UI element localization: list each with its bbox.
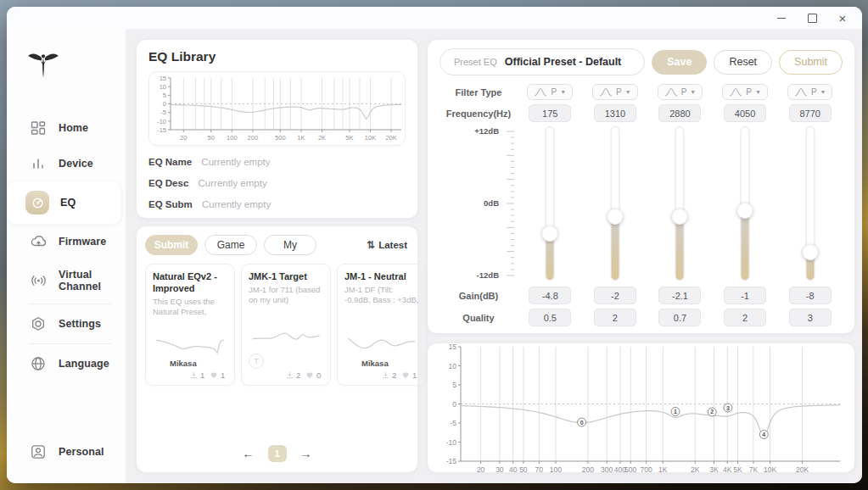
preset-eq-input[interactable]: Preset EQ Official Preset - Default (440, 48, 645, 75)
filter-type-select[interactable]: P▼ (787, 84, 833, 100)
svg-text:300: 300 (601, 465, 613, 474)
eq-preset-card[interactable]: JMK-1 Target JM-1 for 711 (based on my u… (241, 264, 331, 386)
tab-game[interactable]: Game (204, 235, 257, 255)
frequency-value-field[interactable]: 175 (529, 104, 571, 122)
close-button[interactable]: × (837, 12, 848, 24)
svg-text:2: 2 (710, 409, 714, 415)
titlebar: × (7, 7, 862, 29)
quality-value-field[interactable]: 0.7 (658, 309, 701, 326)
peak-filter-icon (599, 87, 613, 97)
svg-text:5: 5 (163, 92, 166, 99)
filter-type-select[interactable]: P▼ (592, 84, 638, 100)
gain-slider[interactable] (728, 125, 762, 282)
slider-thumb[interactable] (542, 226, 558, 242)
svg-text:100: 100 (550, 465, 562, 474)
gain-value-field[interactable]: -4.8 (529, 287, 571, 304)
svg-text:500: 500 (624, 465, 636, 474)
eq-thumbnail-curve (249, 323, 323, 352)
svg-text:0dB: 0dB (484, 198, 499, 208)
svg-text:-5: -5 (160, 109, 166, 116)
eq-preset-card[interactable]: JM-1 - Neutral JM-1 DF (Tilt: -0.9dB, Ba… (337, 264, 427, 386)
peak-filter-icon (534, 87, 547, 97)
brand-logo-icon (27, 49, 126, 88)
gain-slider[interactable] (533, 125, 567, 282)
filter-type-row-label: Filter Type (440, 87, 518, 97)
sidebar-item-virtual-channel[interactable]: Virtual Channel (7, 259, 120, 302)
reset-button[interactable]: Reset (714, 50, 772, 75)
sort-latest-button[interactable]: ⇅ Latest (367, 239, 409, 251)
download-count: 1 (200, 370, 207, 380)
gain-value-field[interactable]: -2.1 (658, 287, 701, 304)
quality-value-field[interactable]: 3 (789, 309, 832, 326)
gain-slider[interactable] (793, 125, 827, 282)
current-page-button[interactable]: 1 (268, 445, 287, 462)
frequency-value-field[interactable]: 1310 (594, 104, 636, 122)
filter-type-select[interactable]: P▼ (658, 84, 703, 100)
eq-desc-label: EQ Desc (148, 178, 188, 188)
gain-slider-row: +12dB0dB-12dB (440, 125, 843, 282)
sidebar-item-device[interactable]: Device (7, 146, 120, 181)
svg-text:500: 500 (275, 134, 286, 142)
language-globe-icon (29, 355, 48, 372)
slider-thumb[interactable] (802, 244, 818, 260)
sidebar-item-label: Virtual Channel (59, 269, 115, 292)
svg-text:5: 5 (452, 381, 456, 389)
sidebar-item-personal[interactable]: Personal (7, 434, 120, 470)
gain-value-field[interactable]: -2 (594, 287, 636, 304)
settings-icon (29, 315, 48, 332)
frequency-value-field[interactable]: 2880 (658, 104, 701, 122)
gain-value-field[interactable]: -1 (724, 287, 766, 304)
svg-text:-10: -10 (157, 118, 166, 125)
frequency-value-field[interactable]: 4050 (724, 104, 766, 122)
svg-text:3K: 3K (709, 465, 719, 474)
svg-text:40: 40 (509, 465, 518, 474)
svg-text:10K: 10K (365, 134, 376, 142)
filter-type-select[interactable]: P▼ (527, 84, 573, 100)
sidebar-item-label: Personal (59, 446, 104, 458)
eq-name-value: Currently empty (201, 157, 270, 167)
editor-header: Preset EQ Official Preset - Default Save… (440, 48, 843, 75)
eq-preview-chart-svg: 151050-5-10-1520501002005001K2K5K10K20K (151, 75, 405, 141)
save-button[interactable]: Save (652, 50, 707, 75)
quality-value-field[interactable]: 0.5 (529, 309, 571, 326)
slider-thumb[interactable] (737, 203, 753, 219)
sidebar-item-firmware[interactable]: Firmware (7, 224, 120, 259)
minimize-button[interactable] (776, 12, 787, 24)
svg-text:7K: 7K (749, 465, 759, 474)
tab-my[interactable]: My (264, 235, 316, 255)
quality-value-field[interactable]: 2 (724, 309, 766, 326)
response-chart-panel: 151050-5-10-1520304050701002003004005007… (427, 342, 855, 473)
frequency-value-field[interactable]: 8770 (789, 104, 832, 122)
filter-type-row: Filter Type P▼ P▼ P▼ P▼ P▼ (440, 84, 843, 100)
app-window: × (7, 7, 862, 483)
download-icon (286, 371, 294, 379)
sidebar-item-settings[interactable]: Settings (7, 306, 120, 342)
chevron-down-icon: ▼ (625, 89, 631, 95)
slider-thumb[interactable] (672, 209, 688, 225)
sidebar-item-eq[interactable]: EQ (7, 181, 120, 224)
svg-text:-5: -5 (450, 419, 456, 427)
maximize-button[interactable] (806, 12, 818, 24)
response-chart-svg[interactable]: 151050-5-10-1520304050701002003004005007… (435, 342, 847, 476)
eq-card-title: Natural EQv2 - Improved Edition (153, 271, 227, 295)
sidebar-item-language[interactable]: Language (7, 346, 120, 381)
gain-slider[interactable] (598, 125, 632, 282)
svg-text:2K: 2K (318, 134, 326, 142)
sidebar-item-label: Firmware (59, 236, 106, 248)
gain-slider[interactable] (663, 125, 697, 282)
eq-card-stats: 2 1 (344, 370, 419, 380)
submit-button[interactable]: Submit (779, 50, 843, 75)
slider-thumb[interactable] (607, 209, 623, 225)
prev-page-button[interactable]: ← (239, 445, 258, 462)
tab-submit[interactable]: Submit (145, 235, 198, 255)
eq-preset-card[interactable]: Natural EQv2 - Improved Edition This EQ … (145, 264, 235, 386)
gain-value-field[interactable]: -8 (789, 287, 832, 304)
quality-value-field[interactable]: 2 (594, 309, 636, 326)
next-page-button[interactable]: → (297, 445, 316, 462)
device-icon (29, 155, 48, 172)
heart-icon (305, 371, 314, 379)
filter-type-select[interactable]: P▼ (722, 84, 768, 100)
eq-card-stats: 2 0 (249, 370, 323, 380)
like-count: 1 (412, 370, 419, 380)
sidebar-item-home[interactable]: Home (7, 110, 120, 146)
